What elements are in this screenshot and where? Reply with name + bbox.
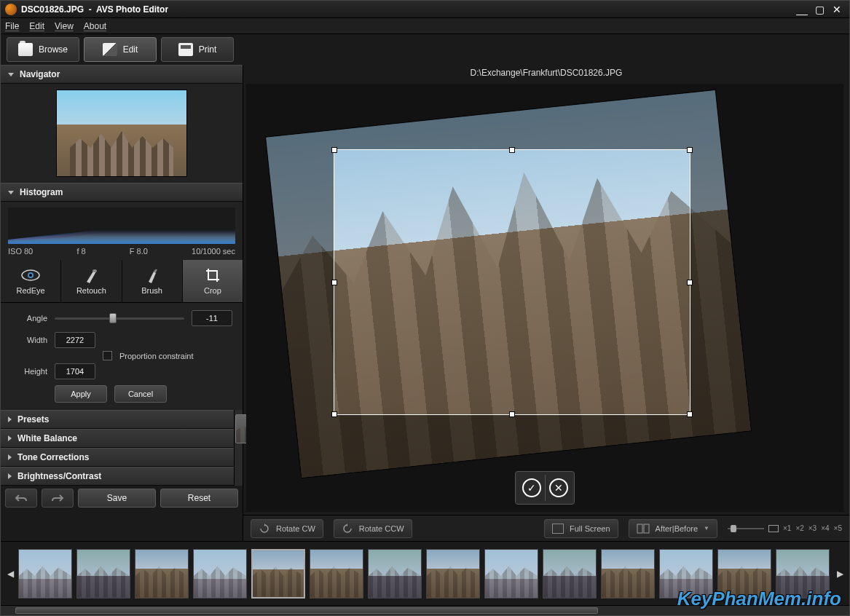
- crop-handle-r[interactable]: [687, 280, 693, 285]
- thumbnail-item[interactable]: [484, 549, 538, 599]
- brush-icon: [143, 267, 162, 283]
- canvas[interactable]: ✓ ✕: [246, 84, 843, 512]
- histogram-label: Histogram: [20, 187, 63, 197]
- thumbnail-item[interactable]: [193, 549, 247, 599]
- brush-label: Brush: [141, 286, 162, 295]
- thumbnail-item[interactable]: [717, 549, 771, 599]
- tool-retouch[interactable]: Retouch: [61, 260, 122, 302]
- fullscreen-button[interactable]: Full Screen: [544, 519, 618, 538]
- rotate-cw-button[interactable]: Rotate CW: [251, 519, 323, 538]
- fullscreen-icon: [552, 524, 564, 534]
- thumbnail-item[interactable]: [135, 549, 189, 599]
- zoom-x4[interactable]: ×4: [821, 524, 829, 532]
- thumbnail-item-selected[interactable]: [251, 549, 305, 599]
- crop-icon: [203, 267, 222, 283]
- angle-slider[interactable]: [55, 312, 184, 325]
- left-panel: Navigator Histogram ISO 80 f 8 F 8.0: [1, 65, 243, 541]
- close-button[interactable]: ✕: [829, 4, 845, 15]
- navigator-header[interactable]: Navigator: [1, 65, 243, 84]
- thumbnail-item[interactable]: [543, 549, 597, 599]
- height-input[interactable]: [55, 363, 95, 379]
- edit-button[interactable]: Edit: [84, 37, 157, 62]
- apply-button[interactable]: Apply: [55, 385, 107, 403]
- histogram-header[interactable]: Histogram: [1, 183, 243, 202]
- app-icon: [5, 4, 17, 15]
- browse-button[interactable]: Browse: [7, 37, 79, 62]
- thumbnail-item[interactable]: [368, 549, 422, 599]
- svg-point-2: [29, 274, 32, 277]
- crop-handle-tr[interactable]: [687, 147, 693, 153]
- confirm-button[interactable]: ✓: [519, 475, 545, 501]
- white-balance-header[interactable]: White Balance: [1, 429, 234, 448]
- brightness-header[interactable]: Brightness/Contrast: [1, 467, 234, 486]
- rotate-ccw-button[interactable]: Rotate CCW: [334, 519, 412, 538]
- width-input[interactable]: [55, 332, 95, 348]
- compare-icon: [637, 524, 650, 534]
- reset-button[interactable]: Reset: [160, 489, 238, 508]
- rotate-cw-icon: [259, 523, 270, 534]
- menu-view[interactable]: View: [55, 21, 74, 31]
- histogram-body: ISO 80 f 8 F 8.0 10/1000 sec: [1, 202, 243, 260]
- fullscreen-label: Full Screen: [570, 524, 610, 533]
- histo-aperture1: f 8: [76, 247, 85, 256]
- thumbnav-next[interactable]: ▶: [835, 548, 845, 599]
- zoom-x3[interactable]: ×3: [808, 524, 816, 532]
- zoom-fit-icon[interactable]: [768, 525, 779, 532]
- crop-handle-tl[interactable]: [331, 147, 337, 153]
- thumbnail-item[interactable]: [76, 549, 130, 599]
- after-before-button[interactable]: After|Before ▼: [629, 519, 717, 538]
- navigator-thumbnail[interactable]: [56, 90, 187, 177]
- presets-label: Presets: [17, 414, 49, 425]
- filepath-bar: D:\Exchange\Frankfurt\DSC01826.JPG: [243, 65, 849, 81]
- tone-header[interactable]: Tone Corrections: [1, 448, 234, 467]
- bottom-scrollbar[interactable]: [1, 605, 849, 615]
- crop-handle-br[interactable]: [687, 411, 693, 417]
- presets-header[interactable]: Presets: [1, 410, 234, 429]
- zoom-x5[interactable]: ×5: [834, 524, 842, 532]
- crop-handle-b[interactable]: [509, 411, 515, 417]
- thumbnail-item[interactable]: [310, 549, 363, 599]
- main-toolbar: Browse Edit Print: [1, 34, 849, 65]
- zoom-slider[interactable]: [728, 524, 764, 534]
- tool-crop[interactable]: Crop: [183, 260, 243, 302]
- menu-edit[interactable]: Edit: [29, 21, 44, 31]
- thumbnail-item[interactable]: [776, 549, 830, 599]
- sidebar-scrollbar[interactable]: [234, 410, 243, 486]
- proportion-checkbox[interactable]: [103, 351, 112, 360]
- minimize-button[interactable]: __: [794, 4, 810, 15]
- cancel-crop-button[interactable]: ✕: [545, 475, 571, 501]
- zoom-x2[interactable]: ×2: [795, 524, 803, 532]
- thumbnail-item[interactable]: [659, 549, 713, 599]
- histo-aperture2: F 8.0: [130, 247, 148, 256]
- print-icon: [178, 43, 193, 56]
- angle-input[interactable]: [192, 310, 232, 326]
- crop-handle-bl[interactable]: [331, 411, 337, 417]
- proportion-label: Proportion constraint: [119, 352, 194, 360]
- menu-about[interactable]: About: [84, 21, 106, 31]
- undo-button[interactable]: [5, 489, 37, 508]
- thumbnail-item[interactable]: [601, 549, 655, 599]
- print-button[interactable]: Print: [161, 37, 234, 62]
- cancel-button[interactable]: Cancel: [114, 385, 167, 403]
- thumbnail-item[interactable]: [426, 549, 480, 599]
- rotate-ccw-icon: [342, 523, 353, 534]
- titlebar: DSC01826.JPG - AVS Photo Editor __ ▢ ✕: [1, 1, 849, 18]
- maximize-button[interactable]: ▢: [811, 4, 827, 15]
- histo-shutter: 10/1000 sec: [192, 247, 235, 256]
- crop-form: Angle Width Proportion constra: [1, 303, 243, 410]
- redo-button[interactable]: [42, 489, 74, 508]
- crop-handle-t[interactable]: [509, 147, 515, 153]
- tool-redeye[interactable]: RedEye: [1, 260, 61, 302]
- retouch-icon: [82, 267, 101, 283]
- thumbnail-item[interactable]: [18, 549, 72, 599]
- zoom-x1[interactable]: ×1: [783, 524, 791, 532]
- save-button[interactable]: Save: [78, 489, 156, 508]
- white-balance-label: White Balance: [17, 433, 77, 443]
- crop-handle-l[interactable]: [331, 280, 337, 285]
- menu-file[interactable]: File: [5, 21, 19, 31]
- angle-label: Angle: [11, 314, 47, 323]
- tool-brush[interactable]: Brush: [122, 260, 183, 302]
- thumbnav-prev[interactable]: ◀: [5, 548, 15, 599]
- folder-icon: [18, 43, 33, 56]
- crop-rectangle[interactable]: [334, 149, 690, 415]
